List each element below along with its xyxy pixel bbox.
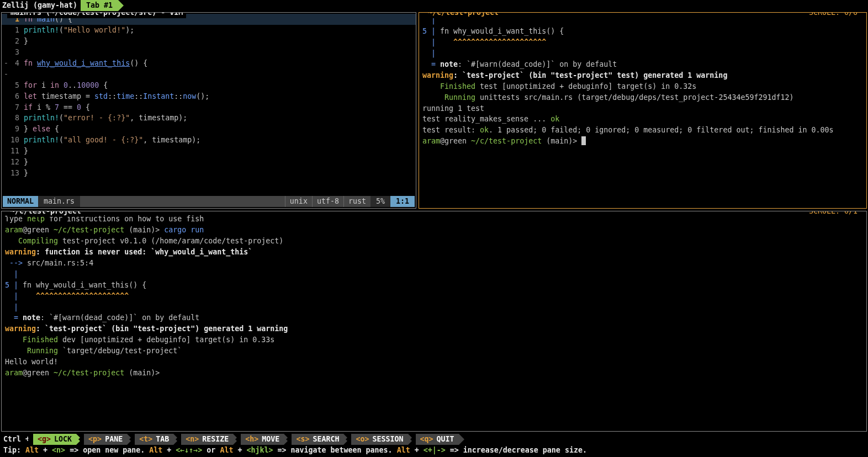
code-line[interactable]: 8 println!("error! - {:?}", timestamp); <box>2 113 416 124</box>
code-line[interactable]: 9 } else { <box>2 124 416 135</box>
mode-button-quit[interactable]: <q>QUIT <box>416 434 459 445</box>
code-line[interactable]: 2} <box>2 36 416 47</box>
session-name: Zellij (gamy-hat) <box>2 0 77 11</box>
terminal-line: test result: ok. 1 passed; 0 failed; 0 i… <box>422 125 863 136</box>
code-line[interactable]: 7 if i % 7 == 0 { <box>2 102 416 113</box>
terminal-line: | <box>422 48 863 59</box>
mode-button-session[interactable]: <o>SESSION <box>351 434 407 445</box>
terminal-line: warning: `test-project` (bin "test-proje… <box>422 70 863 81</box>
code-line[interactable]: 10 println!("all good! - {:?}", timestam… <box>2 135 416 146</box>
terminal-line: Running `target/debug/test-project` <box>5 346 863 357</box>
mode-button-move[interactable]: <h>MOVE <box>241 434 284 445</box>
mode-button-resize[interactable]: <n>RESIZE <box>181 434 233 445</box>
tab-bar: Zellij (gamy-hat) Tab #1 <box>0 0 868 11</box>
terminal-line: | <box>5 269 863 280</box>
vim-pos: 1:1 <box>390 196 415 207</box>
terminal-line: test reality_makes_sense ... ok <box>422 114 863 125</box>
pane-title-test: ~/c/test-project <box>425 12 502 18</box>
vim-mode: NORMAL <box>3 196 38 207</box>
status-bar: Ctrl +<g>LOCK<p>PANE<t>TAB<n>RESIZE<h>MO… <box>0 433 868 457</box>
terminal-line: warning: function is never used: `why_wo… <box>5 247 863 258</box>
keybar-prefix: Ctrl + <box>3 434 30 445</box>
code-line[interactable]: 12 } <box>2 157 416 168</box>
code-line[interactable]: 13} <box>2 168 416 179</box>
terminal-line: aram@green ~/c/test-project (main)> <box>422 136 863 147</box>
terminal-line: = note: `#[warn(dead_code)]` on by defau… <box>422 59 863 70</box>
scroll-indicator: SCROLL: 0/1 <box>806 211 861 217</box>
tip-line: Tip: Alt + <n> => open new pane. Alt + <… <box>3 445 865 456</box>
code-line[interactable]: 5 for i in 0..10000 { <box>2 80 416 91</box>
mode-button-tab[interactable]: <t>TAB <box>135 434 173 445</box>
code-line[interactable]: 6 let timestamp = std::time::Instant::no… <box>2 91 416 102</box>
terminal-line: aram@green ~/c/test-project (main)> <box>5 368 863 379</box>
terminal-line: warning: `test-project` (bin "test-proje… <box>5 323 863 334</box>
terminal-line: Running unittests src/main.rs (target/de… <box>422 92 863 103</box>
terminal-line: Hello world! <box>5 357 863 368</box>
terminal-line: Type help for instructions on how to use… <box>5 214 863 225</box>
terminal-line: 5 | fn why_would_i_want_this() { <box>422 26 863 37</box>
terminal-line: aram@green ~/c/test-project (main)> carg… <box>5 225 863 236</box>
scroll-indicator: SCROLL: 0/6 <box>806 12 861 18</box>
terminal-line: --> src/main.rs:5:4 <box>5 258 863 269</box>
code-line[interactable]: 3 <box>2 47 416 58</box>
terminal-line: Compiling test-project v0.1.0 (/home/ara… <box>5 236 863 247</box>
pane-vim[interactable]: main.rs (~/code/test-project/src) - VIM … <box>1 12 416 209</box>
terminal-line: | ^^^^^^^^^^^^^^^^^^^^^ <box>422 37 863 48</box>
vim-seg-ft: rust <box>343 196 371 207</box>
terminal-line: running 1 test <box>422 103 863 114</box>
vim-file: main.rs <box>38 196 80 207</box>
pane-run[interactable]: ~/c/test-project SCROLL: 0/1 Type help f… <box>1 211 867 432</box>
terminal-line: 5 | fn why_would_i_want_this() { <box>5 280 863 291</box>
terminal-line: = note: `#[warn(dead_code)]` on by defau… <box>5 312 863 323</box>
code-line[interactable]: 11 } <box>2 146 416 157</box>
mode-button-search[interactable]: <s>SEARCH <box>292 434 343 445</box>
terminal-line: Finished dev [unoptimized + debuginfo] t… <box>5 334 863 346</box>
mode-button-pane[interactable]: <p>PANE <box>84 434 127 445</box>
mode-button-lock[interactable]: <g>LOCK <box>33 434 76 445</box>
pane-title-run: ~/c/test-project <box>7 211 84 217</box>
code-line[interactable]: 1 println!("Hello world!"); <box>2 25 416 36</box>
code-line[interactable]: --4fn why_would_i_want_this() { <box>2 58 416 80</box>
terminal-line: | ^^^^^^^^^^^^^^^^^^^^^ <box>5 291 863 302</box>
vim-seg-enc: utf-8 <box>312 196 343 207</box>
terminal-line: Finished test [unoptimized + debuginfo] … <box>422 81 863 92</box>
vim-seg-unix: unix <box>285 196 312 207</box>
terminal-line: | <box>5 302 863 313</box>
tab-1[interactable]: Tab #1 <box>81 0 118 11</box>
pane-title-vim: main.rs (~/code/test-project/src) - VIM <box>7 12 186 18</box>
vim-status-bar: NORMAL main.rs unix utf-8 rust 5% 1:1 <box>3 196 415 207</box>
pane-test[interactable]: ~/c/test-project SCROLL: 0/6 |5 | fn why… <box>419 12 867 209</box>
vim-pct: 5% <box>371 196 390 207</box>
